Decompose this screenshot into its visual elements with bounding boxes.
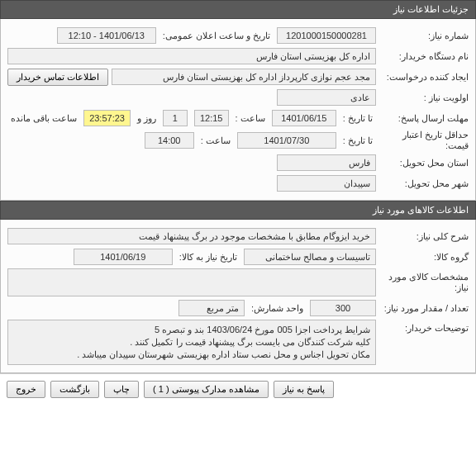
back-button[interactable]: بازگشت	[50, 381, 99, 398]
panel2-title: اطلاعات کالاهای مورد نیاز	[373, 205, 469, 215]
city-label: شهر محل تحویل:	[379, 178, 469, 189]
need-no-field: 1201000150000281	[277, 27, 376, 44]
panel2-header: اطلاعات کالاهای مورد نیاز	[0, 201, 476, 220]
need-date-label: تاریخ نیاز به کالا:	[176, 252, 240, 263]
validity-date-field: 1401/07/30	[237, 132, 336, 149]
panel1-title: جزئیات اطلاعات نیاز	[393, 4, 469, 14]
need-no-label: شماره نیاز:	[379, 31, 469, 41]
announce-label: تاریخ و ساعت اعلان عمومی:	[159, 31, 274, 41]
creator-label: ایجاد کننده درخواست:	[379, 72, 469, 83]
city-field: سپیدان	[277, 175, 376, 192]
need-date-field: 1401/06/19	[74, 249, 173, 265]
spec-label: مشخصات کالای مورد نیاز:	[379, 268, 469, 293]
panel1-body: شماره نیاز: 1201000150000281 تاریخ و ساع…	[0, 19, 476, 201]
validity-time-field: 14:00	[145, 132, 194, 149]
desc-label: شرح کلی نیاز:	[379, 231, 469, 242]
deadline-time-field: 12:15	[194, 110, 229, 126]
group-field: تاسیسات و مصالح ساختمانی	[244, 249, 376, 265]
buyer-org-field: اداره کل بهزیستی استان فارس	[7, 48, 376, 64]
days-remain-label: روز و	[134, 113, 159, 124]
attachments-button[interactable]: مشاهده مدارک پیوستی ( 1 )	[144, 381, 269, 398]
priority-field: عادی	[277, 89, 376, 106]
priority-label: اولویت نیاز :	[379, 92, 469, 103]
deadline-label: مهلت ارسال پاسخ:	[379, 113, 469, 124]
remarks-label: توضیحات خریدار:	[379, 320, 469, 334]
exit-button[interactable]: خروج	[7, 381, 45, 398]
creator-field: مجد عجم نوازی کارپرداز اداره کل بهزیستی …	[112, 69, 376, 85]
announce-field: 1401/06/13 - 12:10	[57, 27, 156, 44]
time-label-2: ساعت :	[198, 135, 234, 146]
province-field: فارس	[277, 154, 376, 171]
contact-buyer-button[interactable]: اطلاعات تماس خریدار	[7, 69, 108, 86]
spec-field	[7, 268, 376, 296]
button-row: پاسخ به نیاز مشاهده مدارک پیوستی ( 1 ) چ…	[0, 373, 476, 405]
remarks-field: شرایط پرداخت اجزا 005 مورخ 1403/06/24 بن…	[7, 320, 376, 365]
panel1-header: جزئیات اطلاعات نیاز	[0, 0, 476, 19]
deadline-date-field: 1401/06/15	[272, 110, 336, 126]
days-remain-field: 1	[163, 110, 188, 126]
validity-label: حداقل تاریخ اعتبار قیمت:	[379, 130, 469, 151]
desc-field: خرید ایزوگام مطابق با مشخصات موجود در بر…	[7, 228, 376, 244]
time-remain-field: 23:57:23	[83, 110, 131, 126]
time-remain-label: ساعت باقی مانده	[7, 113, 80, 124]
province-label: استان محل تحویل:	[379, 158, 469, 168]
unit-label: واحد شمارش:	[248, 303, 307, 314]
qty-field: 300	[310, 300, 376, 316]
to-date-label-1: تا تاریخ :	[340, 113, 376, 124]
to-date-label-2: تا تاریخ :	[340, 135, 376, 146]
unit-field: متر مربع	[178, 300, 245, 316]
qty-label: تعداد / مقدار مورد نیاز:	[379, 303, 469, 314]
buyer-org-label: نام دستگاه خریدار:	[379, 51, 469, 62]
panel2-body: شرح کلی نیاز: خرید ایزوگام مطابق با مشخص…	[0, 220, 476, 373]
time-label-1: ساعت :	[232, 113, 269, 124]
reply-button[interactable]: پاسخ به نیاز	[274, 381, 334, 398]
group-label: گروه کالا:	[379, 252, 469, 263]
print-button[interactable]: چاپ	[104, 381, 139, 398]
